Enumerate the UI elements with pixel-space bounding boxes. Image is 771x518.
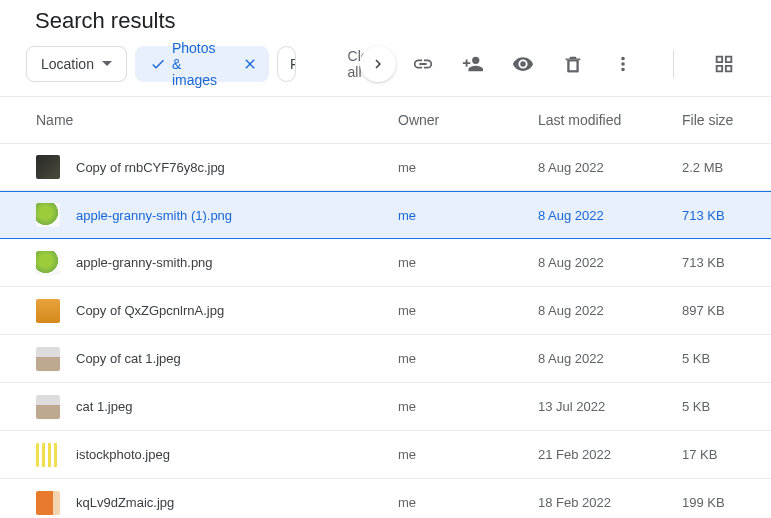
file-thumbnail [36, 251, 60, 275]
file-name: Copy of cat 1.jpeg [76, 351, 398, 366]
location-chip-label: Location [41, 56, 94, 72]
link-icon [412, 53, 434, 75]
table-row[interactable]: Copy of cat 1.jpegme8 Aug 20225 KB [0, 335, 771, 383]
partial-chip-label: P [290, 56, 295, 72]
file-owner: me [398, 303, 538, 318]
trash-icon [562, 53, 584, 75]
file-owner: me [398, 447, 538, 462]
table-row[interactable]: cat 1.jpegme13 Jul 20225 KB [0, 383, 771, 431]
action-icons [411, 50, 736, 78]
file-thumbnail [36, 395, 60, 419]
file-size: 5 KB [682, 399, 736, 414]
file-owner: me [398, 160, 538, 175]
file-owner: me [398, 399, 538, 414]
file-modified: 8 Aug 2022 [538, 160, 682, 175]
file-name: kqLv9dZmaic.jpg [76, 495, 398, 510]
file-name: cat 1.jpeg [76, 399, 398, 414]
file-thumbnail [36, 347, 60, 371]
file-modified: 18 Feb 2022 [538, 495, 682, 510]
table-body: Copy of rnbCYF76y8c.jpgme8 Aug 20222.2 M… [0, 143, 771, 518]
share-button[interactable] [461, 52, 485, 76]
file-modified: 8 Aug 2022 [538, 255, 682, 270]
table-row[interactable]: Copy of QxZGpcnlrnA.jpgme8 Aug 2022897 K… [0, 287, 771, 335]
file-thumbnail [36, 299, 60, 323]
table-row[interactable]: Copy of rnbCYF76y8c.jpgme8 Aug 20222.2 M… [0, 143, 771, 191]
file-size: 2.2 MB [682, 160, 736, 175]
col-name[interactable]: Name [36, 112, 398, 128]
grid-view-icon [713, 53, 735, 75]
file-modified: 8 Aug 2022 [538, 351, 682, 366]
file-name: apple-granny-smith (1).png [76, 208, 398, 223]
file-modified: 13 Jul 2022 [538, 399, 682, 414]
caret-down-icon [102, 61, 112, 67]
close-icon [242, 56, 258, 72]
location-chip[interactable]: Location [26, 46, 127, 82]
table-row[interactable]: kqLv9dZmaic.jpgme18 Feb 2022199 KB [0, 479, 771, 518]
file-modified: 8 Aug 2022 [538, 303, 682, 318]
file-thumbnail [36, 203, 60, 227]
get-link-button[interactable] [411, 52, 435, 76]
col-owner[interactable]: Owner [398, 112, 538, 128]
file-size: 713 KB [682, 255, 736, 270]
view-toggle-button[interactable] [712, 52, 736, 76]
file-table: Name Owner Last modified File size Copy … [0, 96, 771, 518]
chevron-right-icon [369, 55, 387, 73]
scroll-chips-right[interactable] [360, 46, 396, 82]
file-size: 897 KB [682, 303, 736, 318]
file-name: apple-granny-smith.png [76, 255, 398, 270]
file-modified: 21 Feb 2022 [538, 447, 682, 462]
more-actions-button[interactable] [611, 52, 635, 76]
divider [673, 50, 674, 78]
photos-chip-label: Photos & images [172, 40, 217, 88]
check-icon [150, 56, 166, 72]
file-owner: me [398, 208, 538, 223]
file-modified: 8 Aug 2022 [538, 208, 682, 223]
table-row[interactable]: apple-granny-smith.pngme8 Aug 2022713 KB [0, 239, 771, 287]
file-owner: me [398, 351, 538, 366]
remove-photos-chip[interactable] [231, 46, 269, 82]
file-size: 17 KB [682, 447, 736, 462]
file-size: 199 KB [682, 495, 736, 510]
more-vert-icon [612, 53, 634, 75]
photos-images-chip[interactable]: Photos & images [135, 46, 232, 82]
eye-icon [512, 53, 534, 75]
file-name: Copy of QxZGpcnlrnA.jpg [76, 303, 398, 318]
person-add-icon [462, 53, 484, 75]
file-owner: me [398, 255, 538, 270]
file-size: 713 KB [682, 208, 736, 223]
col-size[interactable]: File size [682, 112, 736, 128]
col-modified[interactable]: Last modified [538, 112, 682, 128]
page-title: Search results [0, 0, 771, 46]
table-row[interactable]: istockphoto.jpegme21 Feb 202217 KB [0, 431, 771, 479]
file-name: istockphoto.jpeg [76, 447, 398, 462]
file-size: 5 KB [682, 351, 736, 366]
file-name: Copy of rnbCYF76y8c.jpg [76, 160, 398, 175]
toolbar: Location Photos & images P Clear all [0, 46, 771, 96]
partial-chip[interactable]: P [277, 46, 295, 82]
table-row[interactable]: apple-granny-smith (1).pngme8 Aug 202271… [0, 191, 771, 239]
file-thumbnail [36, 491, 60, 515]
file-owner: me [398, 495, 538, 510]
file-thumbnail [36, 443, 60, 467]
table-header: Name Owner Last modified File size [0, 96, 771, 144]
preview-button[interactable] [511, 52, 535, 76]
delete-button[interactable] [561, 52, 585, 76]
file-thumbnail [36, 155, 60, 179]
